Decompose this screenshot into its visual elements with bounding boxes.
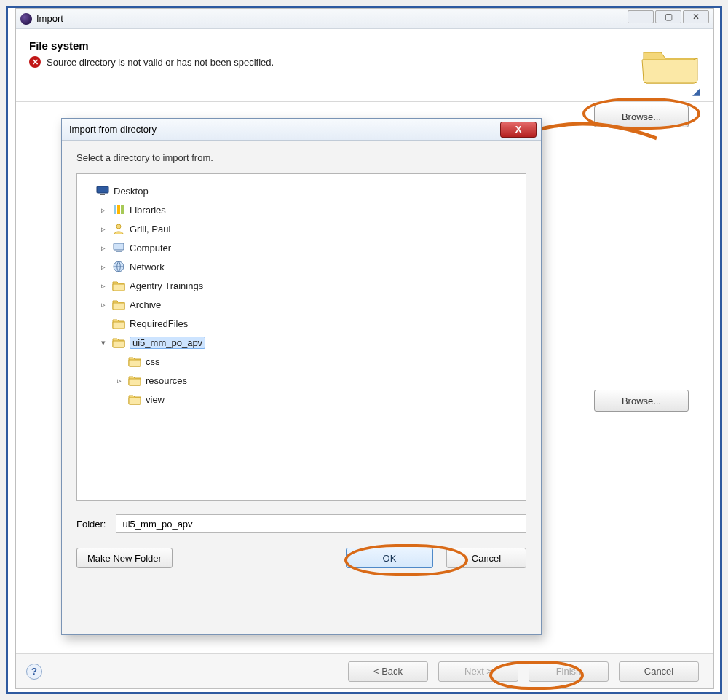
tree-node[interactable]: ▹Computer bbox=[83, 238, 520, 257]
tree-node[interactable]: ▹Network bbox=[83, 257, 520, 276]
expander-icon[interactable]: ▾ bbox=[99, 338, 108, 347]
expander-icon[interactable]: ▹ bbox=[99, 224, 108, 234]
error-icon: ✕ bbox=[29, 56, 41, 68]
folder-icon bbox=[128, 355, 141, 368]
svg-rect-5 bbox=[121, 205, 124, 214]
computer-icon bbox=[112, 241, 125, 254]
svg-rect-2 bbox=[100, 194, 105, 195]
wizard-banner: File system ✕ Source directory is not va… bbox=[16, 29, 713, 102]
from-directory-browse-button[interactable]: Browse... bbox=[594, 106, 689, 127]
wizard-footer: ? < Back Next > Finish Cancel bbox=[16, 653, 713, 688]
desktop-icon bbox=[96, 184, 109, 197]
svg-rect-4 bbox=[117, 205, 120, 214]
tree-node-label: Archive bbox=[130, 299, 161, 310]
tree-node-label: Libraries bbox=[130, 205, 166, 216]
dialog-titlebar[interactable]: Import from directory X bbox=[62, 119, 541, 141]
user-icon bbox=[112, 222, 125, 235]
tree-node[interactable]: ▾ui5_mm_po_apv bbox=[83, 333, 520, 352]
tree-node-label: Desktop bbox=[114, 186, 149, 197]
eclipse-icon bbox=[20, 13, 32, 25]
ok-button[interactable]: OK bbox=[346, 548, 433, 568]
banner-folder-icon bbox=[641, 42, 699, 86]
expander-icon[interactable]: ▹ bbox=[99, 243, 108, 253]
help-button[interactable]: ? bbox=[26, 664, 42, 680]
minimize-button[interactable]: — bbox=[628, 10, 654, 23]
maximize-button[interactable]: ▢ bbox=[655, 10, 681, 23]
tree-node-label: Network bbox=[130, 261, 165, 272]
directory-tree[interactable]: ▹Desktop▹Libraries▹Grill, Paul▹Computer▹… bbox=[76, 173, 526, 501]
resize-affordance-icon: ◢ bbox=[692, 85, 700, 97]
tree-node[interactable]: ▹Libraries bbox=[83, 200, 520, 219]
folder-icon bbox=[112, 298, 125, 311]
tree-node-label: resources bbox=[146, 375, 187, 386]
tree-node[interactable]: ▹Archive bbox=[83, 295, 520, 314]
tree-node-label: ui5_mm_po_apv bbox=[130, 337, 205, 349]
import-window: Import — ▢ ✕ File system ✕ Source direct… bbox=[15, 8, 714, 689]
error-row: ✕ Source directory is not valid or has n… bbox=[29, 56, 700, 68]
error-text: Source directory is not valid or has not… bbox=[47, 57, 274, 68]
close-button[interactable]: ✕ bbox=[683, 10, 709, 23]
expander-icon[interactable]: ▹ bbox=[99, 281, 108, 291]
tree-node[interactable]: ▹Grill, Paul bbox=[83, 219, 520, 238]
folder-field-label: Folder: bbox=[76, 519, 106, 530]
libraries-icon bbox=[112, 203, 125, 216]
folder-icon bbox=[112, 336, 125, 349]
banner-title: File system bbox=[29, 39, 700, 52]
tree-node-label: Computer bbox=[130, 243, 171, 253]
tree-node[interactable]: ▹Desktop bbox=[83, 181, 520, 200]
wizard-cancel-button[interactable]: Cancel bbox=[619, 661, 699, 682]
back-button[interactable]: < Back bbox=[348, 661, 428, 682]
tree-node[interactable]: ▹Agentry Trainings bbox=[83, 276, 520, 295]
next-button[interactable]: Next > bbox=[438, 661, 518, 682]
tree-node-label: css bbox=[146, 356, 160, 367]
tree-node-label: RequiredFiles bbox=[130, 318, 188, 329]
tree-node-label: Agentry Trainings bbox=[130, 280, 203, 291]
svg-point-6 bbox=[116, 224, 121, 229]
expander-icon[interactable]: ▹ bbox=[115, 376, 124, 385]
folder-icon bbox=[128, 374, 141, 387]
tree-node[interactable]: ▹css bbox=[83, 352, 520, 371]
expander-icon[interactable]: ▹ bbox=[99, 300, 108, 310]
folder-field[interactable] bbox=[116, 514, 526, 533]
dialog-cancel-button[interactable]: Cancel bbox=[446, 548, 526, 568]
network-icon bbox=[112, 260, 125, 273]
folder-icon bbox=[112, 317, 125, 330]
finish-button[interactable]: Finish bbox=[529, 661, 609, 682]
dialog-instruction: Select a directory to import from. bbox=[76, 152, 526, 163]
import-from-directory-dialog: Import from directory X Select a directo… bbox=[61, 118, 542, 635]
make-new-folder-button[interactable]: Make New Folder bbox=[76, 548, 173, 568]
dialog-close-button[interactable]: X bbox=[500, 122, 537, 138]
tree-node[interactable]: ▹resources bbox=[83, 371, 520, 390]
dialog-title: Import from directory bbox=[69, 124, 157, 135]
tree-node[interactable]: ▹RequiredFiles bbox=[83, 314, 520, 333]
into-folder-browse-button[interactable]: Browse... bbox=[594, 390, 689, 412]
tree-node-label: Grill, Paul bbox=[130, 224, 170, 235]
expander-icon[interactable]: ▹ bbox=[99, 262, 108, 272]
svg-rect-8 bbox=[116, 251, 122, 252]
tree-node-label: view bbox=[146, 394, 165, 405]
folder-icon bbox=[128, 393, 141, 406]
tree-node[interactable]: ▹view bbox=[83, 390, 520, 409]
svg-rect-7 bbox=[114, 243, 124, 250]
svg-rect-0 bbox=[97, 186, 108, 193]
folder-icon bbox=[112, 279, 125, 292]
import-title: Import bbox=[36, 13, 63, 24]
svg-rect-3 bbox=[114, 205, 116, 214]
expander-icon[interactable]: ▹ bbox=[99, 205, 108, 215]
import-titlebar[interactable]: Import — ▢ ✕ bbox=[16, 9, 713, 29]
